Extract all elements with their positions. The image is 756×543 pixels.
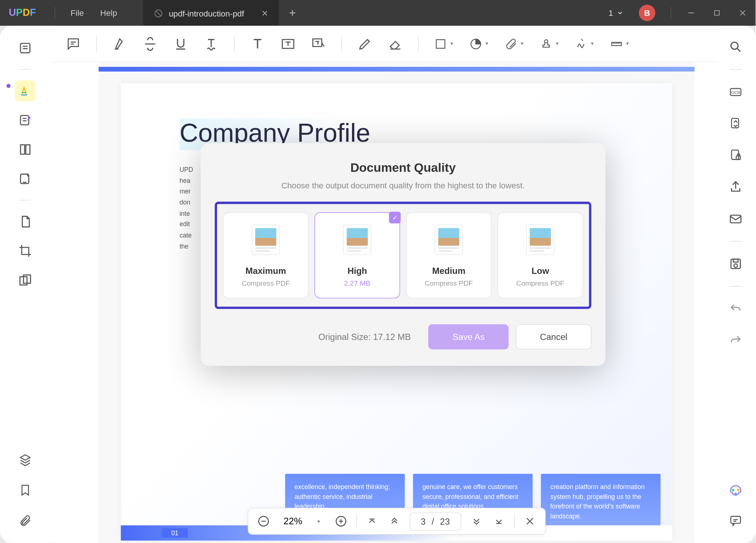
original-size-label: Original Size: 17.12 MB: [318, 332, 411, 342]
reader-mode-button[interactable]: [15, 37, 36, 58]
organize-pages-button[interactable]: [15, 139, 36, 160]
tab-title: updf-introduction-pdf: [169, 9, 244, 18]
quality-option-medium[interactable]: Medium Compress PDF: [406, 212, 492, 298]
tab-file-icon: [154, 9, 163, 18]
quality-sub: Compress PDF: [516, 279, 564, 287]
quality-sub: 2.27 MB: [344, 279, 370, 287]
thumbnail-icon: [343, 225, 371, 255]
document-tab[interactable]: updf-introduction-pdf ×: [143, 0, 278, 26]
active-indicator-dot: [7, 84, 11, 88]
user-avatar[interactable]: B: [639, 5, 655, 21]
quality-options-row: Maximum Compress PDF ✓ High 2.27 MB Medi…: [215, 202, 591, 309]
quality-label: High: [348, 265, 367, 275]
crop-tool-button[interactable]: [15, 240, 36, 261]
quality-option-maximum[interactable]: Maximum Compress PDF: [223, 212, 309, 298]
page-tool-button[interactable]: [15, 211, 36, 232]
layers-button[interactable]: [15, 449, 36, 470]
attachment-button[interactable]: [15, 510, 36, 531]
compare-tool-button[interactable]: [15, 270, 36, 291]
minimize-button[interactable]: [678, 0, 704, 26]
menu-help[interactable]: Help: [92, 8, 126, 18]
chevron-down-icon: [616, 10, 623, 17]
quality-option-low[interactable]: Low Compress PDF: [497, 212, 583, 298]
save-as-button[interactable]: Save As: [428, 324, 509, 350]
cancel-button[interactable]: Cancel: [516, 324, 591, 350]
svg-rect-6: [26, 145, 30, 154]
quality-label: Low: [532, 265, 549, 275]
quality-label: Maximum: [245, 265, 286, 275]
menu-file[interactable]: File: [62, 8, 92, 18]
svg-rect-4: [21, 116, 29, 125]
bookmark-button[interactable]: [15, 479, 36, 500]
highlight-tool-button[interactable]: [15, 80, 36, 101]
quality-sub: Compress PDF: [242, 279, 290, 287]
left-sidebar: [0, 26, 50, 543]
maximize-button[interactable]: [704, 0, 730, 26]
dialog-subtitle: Choose the output document quality from …: [215, 181, 591, 190]
quality-label: Medium: [432, 265, 465, 275]
content-area: ▼ ▼ ▼ ▼ ▼ ▼ Company Profile UPD hea mer …: [50, 26, 756, 543]
window-count-dropdown[interactable]: 1: [601, 8, 631, 18]
thumbnail-icon: [435, 225, 463, 255]
svg-rect-5: [21, 145, 25, 154]
quality-sub: Compress PDF: [425, 279, 473, 287]
svg-rect-1: [714, 11, 719, 15]
app-logo: UPDF: [0, 7, 48, 19]
window-count: 1: [608, 8, 613, 18]
dialog-overlay: Document Quality Choose the output docum…: [50, 26, 756, 543]
dialog-title: Document Quality: [215, 161, 591, 175]
tab-close-icon[interactable]: ×: [262, 7, 268, 20]
svg-rect-3: [21, 94, 27, 95]
document-quality-dialog: Document Quality Choose the output docum…: [201, 143, 605, 366]
edit-text-button[interactable]: [15, 110, 36, 131]
thumbnail-icon: [526, 225, 555, 255]
titlebar: UPDF File Help updf-introduction-pdf × +…: [0, 0, 756, 26]
svg-rect-2: [21, 43, 30, 53]
close-window-button[interactable]: [730, 0, 756, 26]
thumbnail-icon: [252, 225, 280, 255]
check-icon: ✓: [389, 212, 401, 224]
form-tool-button[interactable]: [15, 168, 36, 189]
quality-option-high[interactable]: ✓ High 2.27 MB: [314, 212, 400, 298]
new-tab-button[interactable]: +: [289, 6, 296, 20]
